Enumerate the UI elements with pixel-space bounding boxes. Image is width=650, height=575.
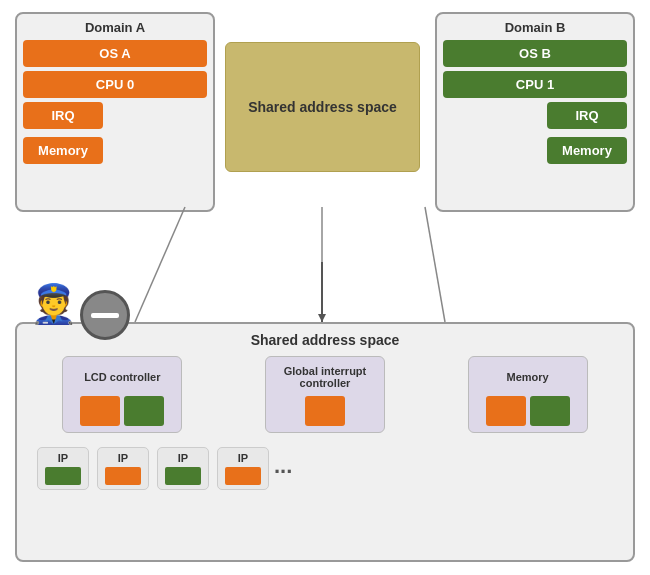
lcd-orange-block: [80, 396, 120, 426]
domain-b-os: OS B: [443, 40, 627, 67]
domain-b-memory: Memory: [547, 137, 627, 164]
ip-label-4: IP: [222, 452, 264, 464]
police-emoji: 👮: [30, 282, 77, 326]
domain-a-box: Domain A OS A CPU 0 IRQ Memory: [15, 12, 215, 212]
bottom-section: Shared address space LCD controller Glob…: [15, 322, 635, 562]
shared-top-space: Shared address space: [225, 42, 420, 172]
ip-4-orange-block: [225, 467, 261, 485]
domain-a-irq-mem: IRQ Memory: [23, 102, 103, 168]
top-section: Domain A OS A CPU 0 IRQ Memory Shared ad…: [15, 12, 635, 212]
domain-a-os: OS A: [23, 40, 207, 67]
svg-marker-4: [318, 314, 326, 322]
bottom-devices-row: LCD controller Global interrupt controll…: [25, 356, 625, 433]
memory-blocks: [475, 396, 581, 426]
ip-label-1: IP: [42, 452, 84, 464]
ip-box-4: IP: [217, 447, 269, 490]
interrupt-blocks: [272, 396, 378, 426]
ip-label-2: IP: [102, 452, 144, 464]
domain-b-box: Domain B OS B CPU 1 IRQ Memory: [435, 12, 635, 212]
memory-orange-block: [486, 396, 526, 426]
domain-a-bottom-row: IRQ Memory: [23, 102, 207, 168]
ip-row-container: IP IP IP IP ...: [25, 441, 625, 490]
ip-row: IP IP IP IP: [33, 447, 269, 490]
ip-box-3: IP: [157, 447, 209, 490]
domain-b-cpu: CPU 1: [443, 71, 627, 98]
lcd-blocks: [69, 396, 175, 426]
domain-a-irq: IRQ: [23, 102, 103, 129]
lcd-controller-label: LCD controller: [69, 363, 175, 391]
ip-1-green-block: [45, 467, 81, 485]
ip-box-1: IP: [37, 447, 89, 490]
diagram-container: Domain A OS A CPU 0 IRQ Memory Shared ad…: [15, 12, 635, 562]
lcd-green-block: [124, 396, 164, 426]
stop-circle-icon: [80, 290, 130, 340]
ip-3-green-block: [165, 467, 201, 485]
domain-b-irq: IRQ: [547, 102, 627, 129]
ip-box-2: IP: [97, 447, 149, 490]
ip-2-orange-block: [105, 467, 141, 485]
domain-b-title: Domain B: [443, 20, 627, 35]
svg-line-0: [135, 207, 185, 322]
domain-a-title: Domain A: [23, 20, 207, 35]
domain-a-cpu: CPU 0: [23, 71, 207, 98]
device-interrupt-controller: Global interrupt controller: [265, 356, 385, 433]
domain-b-irq-mem: IRQ Memory: [547, 102, 627, 168]
ip-label-3: IP: [162, 452, 204, 464]
svg-line-2: [425, 207, 445, 322]
memory-device-label: Memory: [475, 363, 581, 391]
domain-b-bottom-row: IRQ Memory: [443, 102, 627, 168]
dots-indicator: ...: [274, 453, 292, 479]
domain-a-memory: Memory: [23, 137, 103, 164]
memory-green-block: [530, 396, 570, 426]
device-memory: Memory: [468, 356, 588, 433]
device-lcd-controller: LCD controller: [62, 356, 182, 433]
interrupt-orange-block: [305, 396, 345, 426]
stop-line: [91, 313, 119, 318]
interrupt-controller-label: Global interrupt controller: [272, 363, 378, 391]
